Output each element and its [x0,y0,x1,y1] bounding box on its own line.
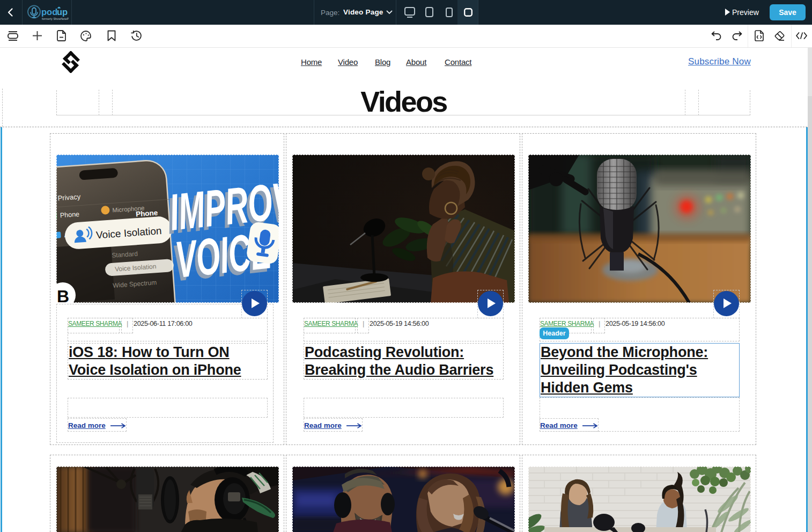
svg-text:up: up [57,7,68,17]
svg-text:pod: pod [41,7,57,17]
svg-text:formerly ShowNotePlanla: formerly ShowNotePlanla [42,17,69,20]
